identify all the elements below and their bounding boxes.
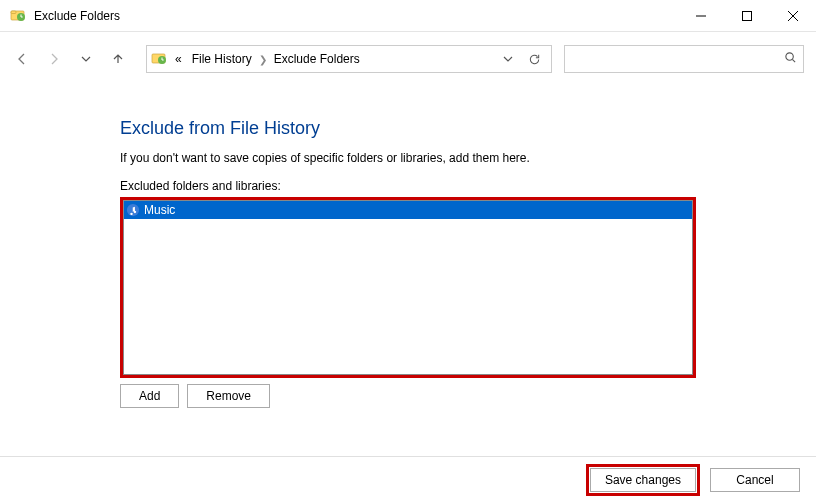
save-button-highlight: Save changes — [586, 464, 700, 496]
close-button[interactable] — [770, 0, 816, 32]
svg-rect-3 — [743, 11, 752, 20]
title-bar: Exclude Folders — [0, 0, 816, 32]
svg-point-6 — [786, 53, 793, 60]
search-input[interactable] — [571, 52, 784, 66]
breadcrumb: « File History ❯ Exclude Folders — [171, 52, 495, 66]
cancel-button[interactable]: Cancel — [710, 468, 800, 492]
save-changes-button[interactable]: Save changes — [590, 468, 696, 492]
search-icon[interactable] — [784, 51, 797, 67]
breadcrumb-part[interactable]: Exclude Folders — [270, 52, 364, 66]
refresh-button[interactable] — [521, 53, 547, 66]
window-controls — [678, 0, 816, 32]
location-icon — [151, 51, 167, 67]
address-dropdown-icon[interactable] — [495, 54, 521, 64]
address-bar[interactable]: « File History ❯ Exclude Folders — [146, 45, 552, 73]
excluded-list-highlight: Music — [120, 197, 696, 378]
page-description: If you don't want to save copies of spec… — [120, 151, 796, 165]
dialog-footer: Save changes Cancel — [0, 456, 816, 502]
window-title: Exclude Folders — [34, 9, 678, 23]
forward-button[interactable] — [40, 45, 68, 73]
navigation-bar: « File History ❯ Exclude Folders — [0, 40, 816, 78]
up-button[interactable] — [104, 45, 132, 73]
minimize-button[interactable] — [678, 0, 724, 32]
list-item-label: Music — [144, 203, 175, 217]
back-button[interactable] — [8, 45, 36, 73]
maximize-button[interactable] — [724, 0, 770, 32]
excluded-folders-listbox[interactable]: Music — [123, 200, 693, 375]
list-buttons: Add Remove — [120, 384, 796, 408]
remove-button[interactable]: Remove — [187, 384, 270, 408]
page-title: Exclude from File History — [120, 118, 796, 139]
add-button[interactable]: Add — [120, 384, 179, 408]
svg-rect-1 — [11, 11, 16, 14]
content-area: Exclude from File History If you don't w… — [0, 78, 816, 408]
breadcrumb-part[interactable]: File History — [188, 52, 256, 66]
music-library-icon — [126, 203, 140, 217]
list-label: Excluded folders and libraries: — [120, 179, 796, 193]
recent-dropdown-icon[interactable] — [72, 45, 100, 73]
breadcrumb-prefix[interactable]: « — [171, 52, 186, 66]
app-icon — [10, 8, 26, 24]
search-box[interactable] — [564, 45, 804, 73]
breadcrumb-separator-icon: ❯ — [258, 54, 268, 65]
list-item[interactable]: Music — [124, 201, 692, 219]
